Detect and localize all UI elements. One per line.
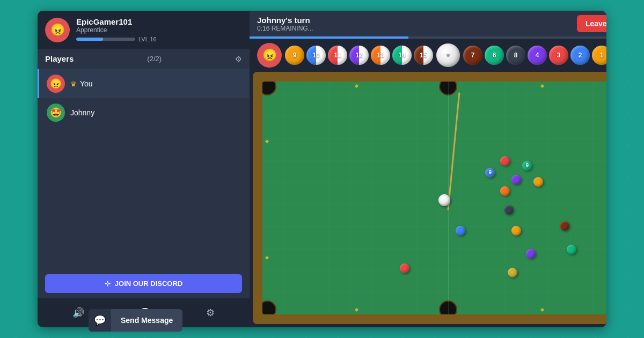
- game-area: Johnny's turn 0:16 REMAINING... Leave Ma…: [250, 11, 606, 327]
- send-message-bar: 💬 Send Message: [89, 309, 182, 332]
- table-ball-s5: [400, 263, 409, 273]
- player-avatar-johnny: 🤩: [47, 104, 65, 122]
- progress-bar: [250, 36, 606, 39]
- ball-4: 4: [528, 46, 547, 65]
- discord-icon: ⊹: [105, 280, 111, 288]
- ball-11: 11: [328, 46, 347, 65]
- table-ball-s6: [560, 221, 569, 231]
- player-name-row-you: ♛ You: [70, 79, 93, 88]
- table-ball-cluster3: [511, 175, 521, 185]
- table-ball-cluster4: [500, 186, 510, 196]
- players-label: Players: [45, 54, 74, 63]
- user-avatar: 😠: [45, 18, 70, 42]
- ball-15: 15: [414, 46, 433, 65]
- sidebar-header: 😠 EpicGamer101 Apprentice LVL 16: [38, 11, 250, 49]
- diamond-t2: [540, 84, 544, 88]
- player-name-you: You: [80, 79, 93, 88]
- sidebar: 😠 EpicGamer101 Apprentice LVL 16 Players…: [38, 11, 250, 327]
- ball-12: 12: [349, 46, 369, 65]
- settings-button[interactable]: ⚙: [201, 304, 220, 322]
- xp-bar-container: LVL 16: [76, 36, 242, 42]
- solid-balls-section: 7 6 8 4 3 2 1: [463, 46, 606, 65]
- xp-bar: [76, 38, 135, 41]
- table-ball-s3: [511, 226, 521, 236]
- player-item-you[interactable]: 😠 ♛ You: [38, 69, 250, 98]
- table-ball-s1: [504, 205, 514, 215]
- pocket-top-left: [262, 82, 276, 95]
- table-ball-cluster5: 9: [522, 161, 532, 171]
- ball-10: 10: [306, 46, 326, 65]
- players-section: Players (2/2) ⚙: [38, 49, 250, 69]
- ball-13: 13: [371, 46, 390, 65]
- username: EpicGamer101: [76, 17, 242, 26]
- diamond-b2: [540, 308, 544, 312]
- player1-face: 😠: [257, 43, 282, 68]
- discord-button[interactable]: ⊹ JOIN OUR DISCORD: [45, 274, 242, 293]
- xp-bar-fill: [76, 38, 103, 41]
- pocket-bottom-left: [262, 300, 276, 314]
- send-message-button[interactable]: Send Message: [111, 309, 182, 332]
- ball-2: 2: [570, 46, 590, 65]
- crown-icon: ♛: [70, 80, 77, 88]
- game-header: Johnny's turn 0:16 REMAINING... Leave Ma…: [250, 11, 606, 36]
- volume-button[interactable]: 🔊: [67, 304, 90, 322]
- player-name-row-johnny: Johnny: [70, 108, 94, 117]
- ball-1: 1: [592, 46, 606, 65]
- ball-3: 3: [549, 46, 568, 65]
- table-ball-cluster1: 9: [485, 168, 495, 178]
- ball-tray: 😠 9 10 11 12 13 14 15 7 6 8 4 3: [250, 39, 606, 72]
- table-ball-s8: [508, 268, 517, 277]
- table-ball-s4: [526, 249, 536, 259]
- stripe-balls-section: 9 10 11 12 13 14 15: [285, 46, 433, 65]
- user-info: EpicGamer101 Apprentice LVL 16: [76, 17, 242, 42]
- cue-ball-tray: [436, 43, 460, 67]
- diamond-l1: [265, 139, 269, 143]
- ball-9: 9: [285, 46, 304, 65]
- turn-time: 0:16 REMAINING...: [257, 25, 577, 32]
- ball-8: 8: [506, 46, 525, 65]
- player-list: 😠 ♛ You 🤩 Johnny: [38, 69, 250, 169]
- player-item-johnny[interactable]: 🤩 Johnny: [38, 98, 250, 127]
- svg-line-0: [448, 93, 459, 210]
- turn-info: Johnny's turn 0:16 REMAINING...: [257, 16, 577, 32]
- level-label: LVL 16: [138, 36, 157, 42]
- discord-label: JOIN OUR DISCORD: [115, 280, 182, 288]
- leave-match-button[interactable]: Leave Match: [577, 15, 606, 32]
- table-ball-s2: [456, 226, 465, 236]
- pool-table-wrapper: 9 9: [250, 72, 606, 327]
- pool-table: 9 9: [253, 72, 606, 324]
- diamond-l2: [265, 255, 269, 259]
- filter-icon[interactable]: ⚙: [235, 55, 242, 63]
- ball-6: 6: [485, 46, 504, 65]
- table-ball-cluster2: [500, 156, 510, 166]
- player-avatar-you: 😠: [47, 75, 65, 93]
- user-rank: Apprentice: [76, 26, 242, 34]
- diamond-t1: [355, 84, 358, 88]
- table-cue-ball: [438, 194, 450, 206]
- table-ball-cluster6: [533, 177, 543, 187]
- turn-label: Johnny's turn: [257, 16, 577, 25]
- diamond-b1: [355, 308, 358, 312]
- pool-felt: 9 9: [262, 82, 606, 314]
- progress-fill: [250, 36, 408, 39]
- ball-7: 7: [463, 46, 482, 65]
- ball-14: 14: [392, 46, 412, 65]
- players-count: (2/2): [147, 55, 162, 63]
- cue-stick: [262, 82, 606, 314]
- cue-ball-dot: [447, 54, 450, 57]
- message-icon-button[interactable]: 💬: [89, 309, 111, 332]
- player-name-johnny: Johnny: [70, 108, 94, 117]
- main-container: 😠 EpicGamer101 Apprentice LVL 16 Players…: [38, 11, 606, 327]
- table-ball-s7: [567, 245, 576, 254]
